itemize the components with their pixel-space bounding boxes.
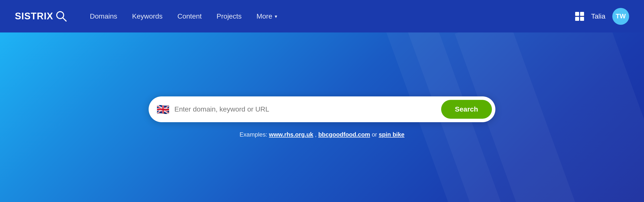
- nav-item-domains[interactable]: Domains: [82, 0, 124, 33]
- chevron-down-icon: ▾: [275, 13, 277, 19]
- example-link-1[interactable]: www.rhs.org.uk: [269, 131, 313, 138]
- header-right: Talia TW: [575, 8, 629, 25]
- user-name: Talia: [591, 13, 605, 20]
- example-link-2[interactable]: bbcgoodfood.com: [318, 131, 370, 138]
- nav-item-more[interactable]: More ▾: [249, 0, 284, 33]
- examples-prefix: Examples:: [240, 131, 267, 138]
- main-content: 🇬🇧 Search Examples: www.rhs.org.uk , bbc…: [0, 33, 644, 202]
- svg-line-1: [63, 18, 66, 21]
- example-link-3[interactable]: spin bike: [379, 131, 404, 138]
- apps-grid-icon[interactable]: [575, 12, 584, 21]
- main-header: SISTRIX Domains Keywords Content Project…: [0, 0, 644, 33]
- logo-area[interactable]: SISTRIX: [15, 10, 68, 23]
- separator-2: or: [372, 131, 379, 138]
- user-avatar[interactable]: TW: [612, 8, 629, 25]
- search-box: 🇬🇧 Search: [148, 96, 496, 122]
- uk-flag-icon: 🇬🇧: [156, 103, 170, 115]
- nav-item-keywords[interactable]: Keywords: [124, 0, 170, 33]
- nav-item-content[interactable]: Content: [170, 0, 209, 33]
- logo-search-icon: [55, 10, 68, 23]
- search-container: 🇬🇧 Search Examples: www.rhs.org.uk , bbc…: [148, 96, 496, 138]
- examples-section: Examples: www.rhs.org.uk , bbcgoodfood.c…: [240, 131, 404, 138]
- main-nav: Domains Keywords Content Projects More ▾: [82, 0, 576, 33]
- search-button[interactable]: Search: [441, 100, 492, 119]
- search-input[interactable]: [174, 105, 441, 113]
- separator-1: ,: [315, 131, 318, 138]
- nav-item-projects[interactable]: Projects: [209, 0, 249, 33]
- logo-text: SISTRIX: [15, 11, 53, 22]
